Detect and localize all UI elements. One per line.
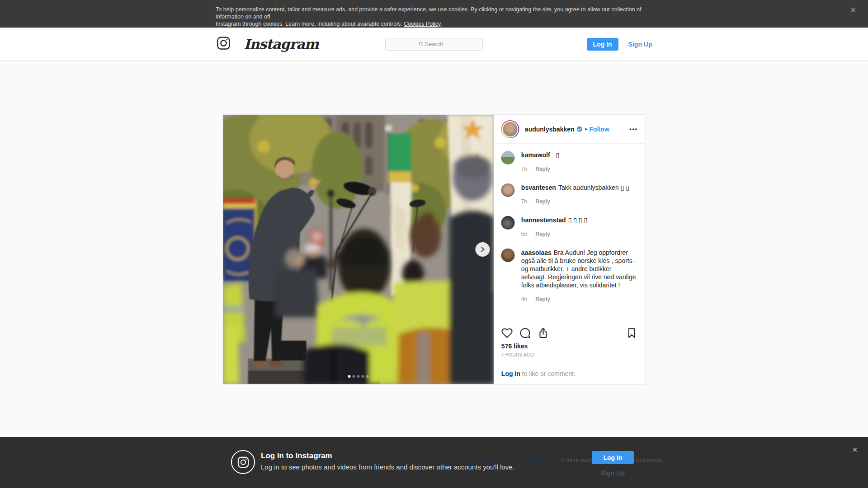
carousel-dot [353, 375, 355, 378]
search-icon [419, 42, 424, 47]
like-icon[interactable] [501, 327, 513, 339]
reply-button[interactable]: Reply [535, 198, 550, 205]
instagram-wordmark[interactable]: Instagram [244, 36, 319, 52]
post-timestamp: 7 HOURS AGO [494, 350, 645, 363]
carousel-dots [223, 375, 494, 378]
comment-row: bsvantesenTakk audunlysbakken ▯ ▯ 7hRepl… [501, 183, 638, 205]
comment-time: 4h [521, 296, 527, 302]
comment-text: ▯ ▯ ▯ ▯ [568, 216, 588, 224]
reply-button[interactable]: Reply [535, 296, 550, 302]
login-prompt-link[interactable]: Log in [501, 370, 520, 377]
banner-close-icon[interactable]: ✕ [850, 445, 860, 455]
follow-button[interactable]: Follow [589, 126, 609, 133]
carousel-dot [366, 375, 369, 378]
instagram-post-page: To help personalize content, tailor and … [0, 0, 868, 488]
more-options-icon[interactable]: ••• [629, 126, 637, 132]
avatar[interactable] [501, 183, 515, 197]
action-bar [494, 322, 645, 342]
banner-login-button[interactable]: Log In [592, 451, 634, 464]
post-card: audunlysbakken • Follow ••• kamawolf_▯ 7… [223, 114, 646, 385]
banner-title: Log In to Instagram [261, 451, 332, 460]
avatar[interactable] [501, 249, 515, 262]
comment-time: 7h [521, 166, 527, 172]
carousel-dot [348, 375, 351, 378]
carousel-dot [362, 375, 364, 378]
comment-username[interactable]: kamawolf_ [521, 151, 554, 159]
carousel-dot [357, 375, 360, 378]
banner-signup-link[interactable]: Sign Up [592, 469, 634, 477]
logo-group[interactable]: Instagram [216, 36, 352, 52]
header-signup-link[interactable]: Sign Up [628, 41, 652, 48]
cookie-banner: To help personalize content, tailor and … [0, 0, 868, 28]
comment-row: kamawolf_▯ 7hReply [501, 151, 638, 173]
header-login-button[interactable]: Log In [587, 38, 618, 51]
comment-icon[interactable] [519, 327, 531, 339]
login-prompt-text: to like or comment. [520, 370, 576, 377]
cookie-text: To help personalize content, tailor and … [216, 6, 650, 28]
site-header: Instagram Log In Sign Up [0, 28, 868, 61]
comment-username[interactable]: bsvantesen [521, 184, 556, 191]
cookies-policy-link[interactable]: Cookies Policy [404, 21, 440, 27]
post-username[interactable]: audunlysbakken [525, 126, 575, 133]
reply-button[interactable]: Reply [535, 231, 550, 237]
separator-dot: • [585, 126, 587, 133]
comment-text: Takk audunlysbakken ▯ ▯ [558, 184, 629, 191]
comment-username[interactable]: hannestenstad [521, 216, 566, 224]
instagram-camera-icon [216, 36, 231, 52]
likes-count: 576 likes [494, 342, 645, 350]
carousel-next-button[interactable] [476, 242, 490, 257]
post-photo[interactable] [223, 115, 494, 384]
cookie-close-icon[interactable]: ✕ [848, 5, 858, 15]
post-header: audunlysbakken • Follow ••• [494, 115, 645, 144]
avatar[interactable] [501, 216, 515, 230]
cookie-period: . [440, 21, 442, 27]
comments-list: kamawolf_▯ 7hReply bsvantesenTakk audunl… [494, 144, 645, 322]
comment-time: 5h [521, 231, 527, 237]
save-icon[interactable] [626, 327, 638, 339]
chevron-right-icon [480, 246, 486, 253]
comment-row: hannestenstad▯ ▯ ▯ ▯ 5hReply [501, 216, 638, 238]
rally-photo-illustration [223, 115, 494, 384]
share-icon[interactable] [538, 327, 549, 339]
post-panel: audunlysbakken • Follow ••• kamawolf_▯ 7… [494, 115, 645, 384]
comment-row: aaasolaasBra Audun! Jeg oppfordrer også … [501, 249, 638, 303]
reply-button[interactable]: Reply [535, 166, 550, 172]
banner-subtitle: Log in to see photos and videos from fri… [261, 463, 514, 471]
cookie-line1: To help personalize content, tailor and … [216, 6, 642, 20]
avatar[interactable] [501, 120, 519, 138]
search-field[interactable] [386, 38, 482, 50]
search-input[interactable] [385, 38, 483, 51]
comment-username[interactable]: aaasolaas [521, 249, 552, 256]
instagram-camera-circle-icon [231, 450, 255, 474]
avatar[interactable] [501, 151, 515, 164]
comment-time: 7h [521, 198, 527, 205]
cookie-line2: Instagram through cookies. Learn more, i… [216, 21, 404, 27]
comment-text: ▯ [556, 151, 559, 159]
login-prompt: Log in to like or comment. [494, 363, 645, 384]
verified-badge-icon [577, 126, 583, 132]
login-upsell-content: Log In to Instagram Log in to see photos… [0, 437, 868, 488]
logo-divider [238, 38, 238, 51]
